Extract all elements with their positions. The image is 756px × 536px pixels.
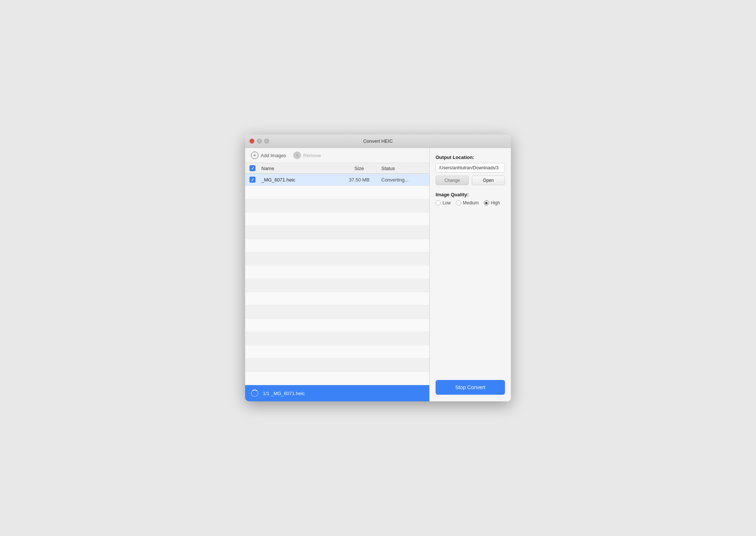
image-quality-section: Image Quality: Low Medium High xyxy=(436,192,505,205)
header-checkbox-col xyxy=(245,165,260,171)
empty-row xyxy=(245,292,429,305)
close-button[interactable] xyxy=(250,139,254,143)
add-images-label: Add Images xyxy=(261,153,286,158)
empty-row xyxy=(245,226,429,239)
spacer xyxy=(436,212,505,373)
app-window: Convert HEIC ＋ Add Images ✕ Remove xyxy=(245,135,511,401)
empty-row xyxy=(245,279,429,292)
empty-row xyxy=(245,252,429,266)
empty-row xyxy=(245,345,429,359)
change-button[interactable]: Change xyxy=(436,176,469,185)
col-size-header: Size xyxy=(341,166,378,171)
status-bar: 1/1 _MG_6071.heic xyxy=(245,385,429,401)
empty-row xyxy=(245,305,429,319)
empty-row xyxy=(245,212,429,226)
output-location-section: Output Location: Change Open xyxy=(436,155,505,185)
quality-low[interactable]: Low xyxy=(436,200,451,205)
toolbar: ＋ Add Images ✕ Remove xyxy=(245,148,429,163)
radio-low-label: Low xyxy=(443,200,451,205)
empty-row xyxy=(245,186,429,199)
table-header: Name Size Status xyxy=(245,163,429,174)
row-checkbox[interactable] xyxy=(250,177,255,183)
window-title: Convert HEIC xyxy=(363,138,393,144)
file-list: _MG_6071.heic 37.50 MB Converting... xyxy=(245,174,429,385)
radio-high-circle xyxy=(484,200,489,205)
titlebar: Convert HEIC xyxy=(245,135,511,148)
col-name-header: Name xyxy=(260,166,341,171)
add-icon: ＋ xyxy=(251,152,258,159)
empty-row xyxy=(245,239,429,252)
quality-medium[interactable]: Medium xyxy=(456,200,479,205)
file-size: 37.50 MB xyxy=(341,177,378,183)
empty-row xyxy=(245,372,429,385)
traffic-lights xyxy=(250,139,269,143)
empty-row xyxy=(245,199,429,212)
empty-row xyxy=(245,266,429,279)
location-buttons: Change Open xyxy=(436,176,505,185)
empty-row xyxy=(245,319,429,332)
table-row[interactable]: _MG_6071.heic 37.50 MB Converting... xyxy=(245,174,429,186)
empty-row xyxy=(245,359,429,372)
radio-medium-circle xyxy=(456,200,461,205)
image-quality-label: Image Quality: xyxy=(436,192,505,197)
row-checkbox-col xyxy=(245,177,260,183)
file-name: _MG_6071.heic xyxy=(260,177,341,183)
main-content: ＋ Add Images ✕ Remove Name Size Status xyxy=(245,148,511,401)
remove-button[interactable]: ✕ Remove xyxy=(293,152,321,159)
quality-high[interactable]: High xyxy=(484,200,500,205)
radio-low-circle xyxy=(436,200,441,205)
output-path-input[interactable] xyxy=(436,163,505,173)
radio-high-label: High xyxy=(491,200,500,205)
left-panel: ＋ Add Images ✕ Remove Name Size Status xyxy=(245,148,430,401)
file-status: Converting... xyxy=(378,177,429,183)
maximize-button[interactable] xyxy=(264,139,269,143)
open-button[interactable]: Open xyxy=(472,176,505,185)
minimize-button[interactable] xyxy=(257,139,262,143)
right-panel: Output Location: Change Open Image Quali… xyxy=(430,148,511,401)
quality-radio-group: Low Medium High xyxy=(436,200,505,205)
output-location-label: Output Location: xyxy=(436,155,505,160)
remove-icon: ✕ xyxy=(293,152,301,159)
spinner-icon xyxy=(251,390,258,397)
stop-convert-button[interactable]: Stop Convert xyxy=(436,380,505,395)
radio-medium-label: Medium xyxy=(463,200,479,205)
empty-row xyxy=(245,332,429,345)
status-text: 1/1 _MG_6071.heic xyxy=(263,391,305,396)
empty-rows xyxy=(245,186,429,385)
add-images-button[interactable]: ＋ Add Images xyxy=(251,152,286,159)
col-status-header: Status xyxy=(378,166,429,171)
remove-label: Remove xyxy=(303,153,321,158)
header-checkbox[interactable] xyxy=(250,165,255,171)
